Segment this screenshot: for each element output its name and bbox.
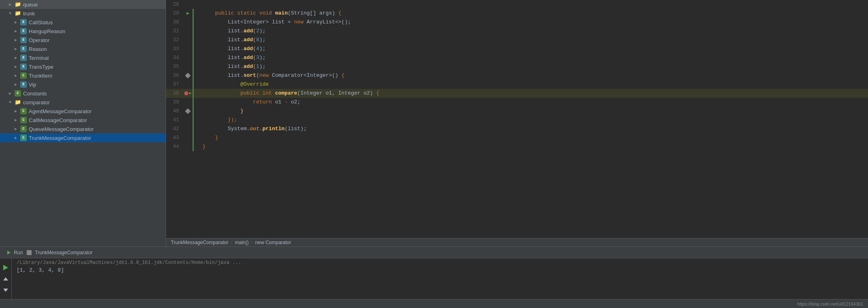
- code-line-33: 33 list.add(4);: [166, 44, 868, 53]
- line-number: 28: [166, 0, 183, 9]
- arrow-icon: ▶: [15, 135, 20, 140]
- bar-33: [193, 44, 199, 53]
- breadcrumb: TrunkMessageComparator › main() › new Co…: [166, 238, 868, 247]
- arrow-icon: ▶: [15, 82, 20, 87]
- run-here-icon: ▶: [189, 89, 191, 98]
- arrow-icon: ▶: [15, 20, 20, 25]
- code-line-35: 35 list.add(1);: [166, 62, 868, 71]
- code-text-40: }: [199, 107, 868, 116]
- line-number: 35: [166, 62, 183, 71]
- arrow-down-icon: [3, 289, 8, 292]
- tree-item-transtype[interactable]: ▶ E TransType: [0, 62, 166, 71]
- code-editor[interactable]: 28 29 ▶ public static void main(String[]…: [166, 0, 868, 238]
- tree-label: Vip: [29, 82, 36, 88]
- breadcrumb-item-1[interactable]: TrunkMessageComparator: [171, 240, 228, 245]
- tree-label: Terminal: [29, 55, 49, 61]
- line-number: 38: [166, 89, 183, 98]
- line-number: 31: [166, 27, 183, 36]
- tree-label: Reason: [29, 46, 47, 52]
- tree-item-operator[interactable]: ▶ E Operator: [0, 36, 166, 44]
- code-line-44: 44 }: [166, 142, 868, 151]
- arrow-icon: ▶: [15, 127, 20, 131]
- class-c-icon: C: [20, 72, 27, 79]
- gutter-41: [183, 116, 193, 124]
- bar-35: [193, 62, 199, 71]
- tree-item-constants[interactable]: ▶ C Constants: [0, 89, 166, 98]
- bottom-panel: Run TrunkMessageComparator /Library/Java…: [0, 247, 868, 299]
- run-controls: [0, 258, 12, 299]
- tree-item-reason[interactable]: ▶ E Reason: [0, 44, 166, 53]
- breadcrumb-item-2[interactable]: main(): [235, 240, 249, 245]
- line-number: 42: [166, 124, 183, 133]
- tree-item-trunk[interactable]: ▼ 📁 trunk: [0, 9, 166, 18]
- tree-item-trunkitem[interactable]: ▶ C TrunkItem: [0, 71, 166, 80]
- code-text-38: public int compare(Integer o1, Integer o…: [199, 89, 868, 98]
- scroll-up-button[interactable]: [2, 275, 10, 283]
- code-text-29: public static void main(String[] args) {: [199, 9, 868, 18]
- code-line-36: 36 list.sort(new Comparator<Integer>() {: [166, 71, 868, 80]
- code-line-34: 34 list.add(3);: [166, 53, 868, 62]
- tree-label: Operator: [29, 37, 49, 43]
- code-line-41: 41 });: [166, 116, 868, 124]
- tree-label: CallMessageComparator: [29, 117, 87, 123]
- bar-29: [193, 9, 199, 18]
- status-right[interactable]: https://blog.csdn.net/u012164361: [797, 302, 863, 306]
- bar-34: [193, 53, 199, 62]
- run-command-text: /Library/Java/JavaVirtualMachines/jdk1.8…: [17, 260, 863, 266]
- line-number: 43: [166, 133, 183, 142]
- arrow-icon: ▶: [15, 29, 20, 34]
- run-output-text: [1, 2, 3, 4, 8]: [17, 267, 863, 273]
- tree-item-queuemessage[interactable]: ▶ C QueueMessageComparator: [0, 124, 166, 133]
- tree-label: trunk: [23, 11, 35, 17]
- bottom-content-row: /Library/Java/JavaVirtualMachines/jdk1.8…: [0, 258, 868, 299]
- class-c-icon: C: [20, 108, 27, 114]
- class-e-icon: E: [20, 19, 27, 25]
- bottom-tab-bar: Run TrunkMessageComparator: [0, 247, 868, 258]
- code-text-42: System.out.println(list);: [199, 124, 868, 133]
- tree-item-comparator-folder[interactable]: ▼ 📁 comparator: [0, 98, 166, 107]
- tree-item-trunkmessage[interactable]: ▶ C TrunkMessageComparator: [0, 133, 166, 142]
- tree-item-hangupreason[interactable]: ▶ E HangupReason: [0, 27, 166, 36]
- class-e-icon: E: [20, 55, 27, 61]
- tree-item-queue[interactable]: ▶ 📁 queue: [0, 0, 166, 9]
- arrow-icon: ▶: [15, 64, 20, 69]
- gutter-40: [183, 107, 193, 116]
- tab-file-icon: [27, 250, 32, 255]
- bar-42: [193, 124, 199, 133]
- line-number: 39: [166, 98, 183, 107]
- breadcrumb-item-3[interactable]: new Comparator: [255, 240, 291, 245]
- breakpoint-run-group: ▶: [184, 89, 191, 98]
- bar-36: [193, 71, 199, 80]
- play-button[interactable]: [2, 264, 10, 272]
- tree-item-agentmessage[interactable]: ▶ C AgentMessageComparator: [0, 107, 166, 116]
- line-number: 30: [166, 18, 183, 27]
- arrow-up-icon: [3, 277, 8, 281]
- run-tab[interactable]: Run TrunkMessageComparator: [3, 248, 97, 257]
- code-line-42: 42 System.out.println(list);: [166, 124, 868, 133]
- tree-label: AgentMessageComparator: [29, 108, 91, 114]
- code-text-36: list.sort(new Comparator<Integer>() {: [199, 71, 868, 80]
- diamond-icon: [185, 108, 191, 114]
- code-line-31: 31 list.add(2);: [166, 27, 868, 36]
- code-text-39: return o1 - o2;: [199, 98, 868, 107]
- bar-41: [193, 116, 199, 124]
- code-text-41: });: [199, 116, 868, 124]
- breakpoint-icon: [184, 91, 188, 95]
- gutter-42: [183, 124, 193, 133]
- gutter-32: [183, 36, 193, 44]
- bar-40: [193, 107, 199, 116]
- arrow-icon: ▼: [9, 100, 15, 105]
- run-output-content: /Library/Java/JavaVirtualMachines/jdk1.8…: [12, 258, 868, 299]
- class-c-icon: C: [15, 90, 21, 97]
- tree-label: HangupReason: [29, 28, 65, 34]
- scroll-down-button[interactable]: [2, 286, 10, 294]
- code-text-32: list.add(8);: [199, 36, 868, 44]
- code-text-34: list.add(3);: [199, 53, 868, 62]
- tree-item-callmessage[interactable]: ▶ C CallMessageComparator: [0, 116, 166, 124]
- tree-item-vip[interactable]: ▶ E Vip: [0, 80, 166, 89]
- tree-item-terminal[interactable]: ▶ E Terminal: [0, 53, 166, 62]
- tree-item-callstatus[interactable]: ▶ E CallStatus: [0, 18, 166, 27]
- gutter-35: [183, 62, 193, 71]
- tree-label: queue: [23, 2, 38, 8]
- line-number: 34: [166, 53, 183, 62]
